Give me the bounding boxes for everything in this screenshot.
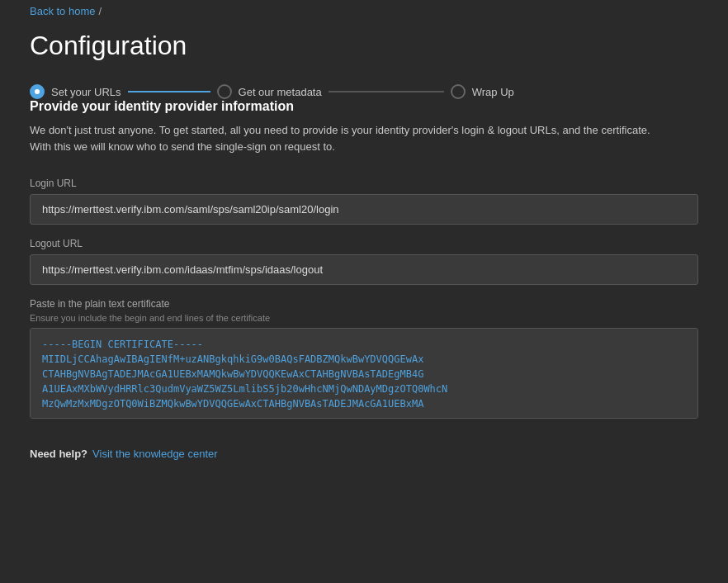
login-url-label: Login URL [30,178,698,189]
logout-url-label: Logout URL [30,238,698,249]
help-label: Need help? [30,448,87,460]
step-1-label: Set your URLs [51,86,121,98]
step-2-circle [217,84,232,99]
step-2-label: Get our metadata [239,86,322,98]
connector-line-1 [128,91,210,92]
step-1-circle [30,84,45,99]
help-link[interactable]: Visit the knowledge center [92,448,218,460]
login-url-input[interactable] [30,194,698,225]
certificate-textarea-wrapper: -----BEGIN CERTIFICATE----- MIIDLjCCAhag… [30,328,698,421]
page-title: Configuration [30,31,698,61]
step-1[interactable]: Set your URLs [30,84,121,99]
certificate-label: Paste in the plain text certificate [30,298,698,310]
back-to-home-link[interactable]: Back to home [30,5,96,17]
help-section: Need help? Visit the knowledge center [30,448,698,460]
logout-url-group: Logout URL [30,238,698,285]
breadcrumb: Back to home / [0,0,728,22]
logout-url-input[interactable] [30,254,698,285]
section-title: Provide your identity provider informati… [30,99,698,114]
step-3[interactable]: Wrap Up [451,84,514,99]
login-url-group: Login URL [30,178,698,225]
certificate-section: Paste in the plain text certificate Ensu… [30,298,698,421]
step-3-label: Wrap Up [472,86,514,98]
step-3-circle [451,84,466,99]
breadcrumb-separator: / [99,5,102,17]
connector-line-2 [329,91,444,92]
section-description: We don't just trust anyone. To get start… [30,122,657,154]
step-2[interactable]: Get our metadata [217,84,322,99]
stepper: Set your URLs Get our metadata Wrap Up [30,84,525,99]
certificate-hint: Ensure you include the begin and end lin… [30,313,698,323]
certificate-textarea[interactable]: -----BEGIN CERTIFICATE----- MIIDLjCCAhag… [30,328,698,419]
